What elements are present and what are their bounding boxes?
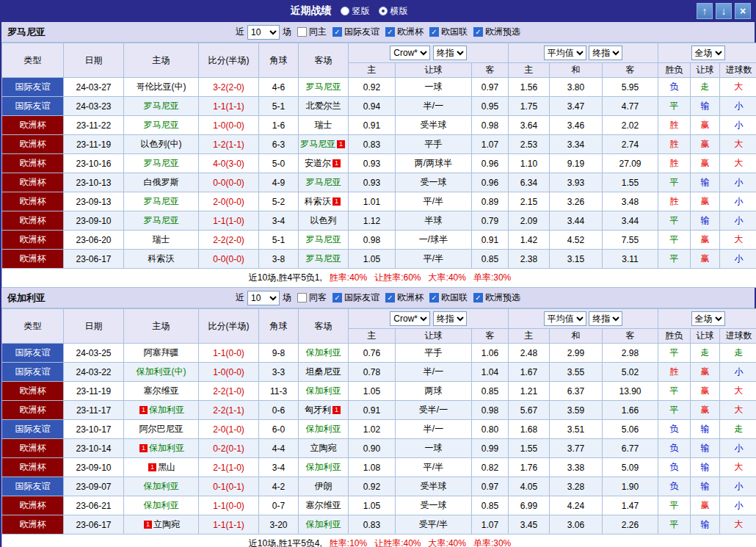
same-venue-checkbox[interactable]: 同客 [297, 291, 327, 304]
handicap-odds: 受半/一 [396, 401, 472, 420]
match-score: 2-0(1-0) [199, 420, 259, 439]
match-row: 欧洲杯23-06-21保加利亚1-1(0-0)0-7塞尔维亚1.05受一球0.8… [2, 496, 756, 515]
competition-euroqualifier-checkbox[interactable]: 欧洲预选 [473, 291, 520, 304]
subcol-result-wdl: 胜负 [658, 329, 691, 344]
team-label: 罗马尼亚 [144, 215, 179, 225]
handicap-odds: 受平/半 [396, 515, 472, 535]
competition-type: 欧洲杯 [2, 401, 64, 420]
match-score: 2-0(0-0) [199, 192, 259, 211]
average-odds: 7.55 [603, 231, 658, 250]
result-goals: 大 [720, 78, 756, 97]
match-row: 欧洲杯23-10-16罗马尼亚4-0(3-0)5-0安道尔10.93两/两球半0… [2, 154, 756, 173]
result-wdl: 平 [658, 401, 691, 420]
average-odds: 2.38 [509, 250, 550, 269]
handicap-odds: 0.93 [349, 154, 396, 173]
competition-type: 欧洲杯 [2, 154, 64, 173]
average-odds: 1.21 [509, 382, 550, 401]
team-label: 保加利亚 [306, 424, 341, 434]
scope-select[interactable]: 全场 [691, 46, 725, 60]
team-label: 塞尔维亚 [306, 500, 341, 510]
away-team-cell: 匈牙利1 [299, 401, 349, 420]
result-wdl: 胜 [658, 116, 691, 135]
team-label: 阿塞拜疆 [144, 347, 179, 358]
competition-type: 欧洲杯 [2, 173, 64, 192]
odds-source-select[interactable]: Crow* [390, 46, 430, 60]
competition-euroqualifier-checkbox[interactable]: 欧洲预选 [473, 26, 520, 38]
section-header: 保加利亚 近 10 场 同客 国际友谊 欧洲杯 [1, 288, 755, 308]
result-handicap: 输 [691, 515, 720, 535]
radio-vertical-layout[interactable]: 竖版 [341, 5, 370, 18]
match-count-select[interactable]: 10 [247, 291, 280, 305]
competition-friendly-checkbox[interactable]: 国际友谊 [332, 291, 379, 304]
average-odds: 3.44 [603, 211, 658, 231]
average-odds: 2.02 [603, 116, 658, 135]
filter-bar: 近 10 场 同客 国际友谊 欧洲杯 欧国联 [236, 291, 520, 305]
home-team-cell: 白俄罗斯 [124, 173, 199, 192]
subcol-avg-draw: 和 [550, 63, 603, 78]
competition-euro-checkbox[interactable]: 欧洲杯 [385, 26, 424, 38]
result-wdl: 负 [658, 458, 691, 477]
competition-nationsleague-checkbox[interactable]: 欧国联 [429, 26, 468, 38]
match-date: 23-10-16 [64, 154, 124, 173]
match-score: 0-0(0-0) [199, 173, 259, 192]
avg-kind-select[interactable]: 终指 [589, 46, 622, 60]
average-odds: 1.66 [603, 401, 658, 420]
result-goals: 小 [720, 97, 756, 116]
checkbox-checked-icon [332, 293, 342, 303]
away-team-cell: 保加利亚 [299, 382, 349, 401]
away-team-cell: 保加利亚 [299, 344, 349, 363]
competition-type: 欧洲杯 [2, 439, 64, 458]
match-count-select[interactable]: 10 [247, 25, 280, 40]
subcol-result-goals: 进球数 [720, 63, 756, 78]
home-team-cell: 塞尔维亚 [124, 382, 199, 401]
match-date: 23-09-10 [64, 458, 124, 477]
competition-nationsleague-checkbox[interactable]: 欧国联 [429, 291, 468, 304]
same-venue-checkbox[interactable]: 同主 [297, 26, 327, 38]
result-goals: 走 [720, 420, 756, 439]
competition-friendly-label: 国际友谊 [344, 291, 379, 304]
competition-euro-checkbox[interactable]: 欧洲杯 [385, 291, 424, 304]
result-goals: 大 [720, 458, 756, 477]
match-row: 欧洲杯23-10-141保加利亚0-2(0-1)4-4立陶宛0.90一球0.99… [2, 439, 756, 458]
competition-friendly-checkbox[interactable]: 国际友谊 [332, 26, 379, 38]
average-odds: 1.56 [509, 78, 550, 97]
competition-type: 欧洲杯 [2, 211, 64, 231]
corner-count: 3-4 [259, 458, 299, 477]
move-up-button[interactable]: ↑ [697, 3, 713, 19]
rate-stat: 大率:40% [429, 538, 466, 547]
result-wdl: 平 [658, 173, 691, 192]
handicap-odds: 0.96 [472, 173, 509, 192]
avg-source-select[interactable]: 平均值 [544, 46, 586, 60]
odds-source-select[interactable]: Crow* [390, 311, 430, 326]
competition-nationsleague-label: 欧国联 [441, 291, 468, 304]
odds-kind-select[interactable]: 终指 [433, 46, 467, 60]
scope-select[interactable]: 全场 [691, 311, 725, 326]
radio-horizontal-layout[interactable]: 横版 [379, 5, 408, 18]
handicap-odds: 1.01 [349, 192, 396, 211]
team-label: 罗马尼亚 [306, 234, 341, 244]
home-team-cell: 罗马尼亚 [124, 97, 199, 116]
match-date: 23-09-13 [64, 192, 124, 211]
avg-source-select[interactable]: 平均值 [544, 311, 586, 326]
summary-rates: 胜率:40%让胜率:60%大率:40%单率:30% [322, 272, 511, 283]
team-label: 罗马尼亚 [144, 101, 179, 111]
matches-table: 类型 日期 主场 比分(半场) 角球 客场 Crow* 终指 平均值 终指 [1, 308, 756, 547]
away-team-cell: 罗马尼亚1 [299, 135, 349, 154]
average-odds: 2.98 [603, 344, 658, 363]
away-team-cell: 安道尔1 [299, 154, 349, 173]
close-button[interactable]: × [735, 3, 751, 19]
move-down-button[interactable]: ↓ [716, 3, 732, 19]
avg-kind-select[interactable]: 终指 [589, 311, 622, 326]
result-handicap: 输 [691, 211, 720, 231]
radio-horizontal-label: 横版 [390, 5, 408, 18]
checkbox-checked-icon [473, 293, 483, 303]
competition-type: 欧洲杯 [2, 515, 64, 535]
home-team-cell: 保加利亚(中) [124, 363, 199, 382]
competition-type: 欧洲杯 [2, 382, 64, 401]
subcol-odds-handicap: 让球 [396, 329, 472, 344]
corner-count: 4-6 [259, 78, 299, 97]
team-label: 罗马尼亚 [306, 253, 341, 264]
odds-kind-select[interactable]: 终指 [433, 311, 467, 326]
match-count-group: 近 10 场 [236, 291, 291, 305]
team-label: 罗马尼亚 [306, 81, 341, 92]
